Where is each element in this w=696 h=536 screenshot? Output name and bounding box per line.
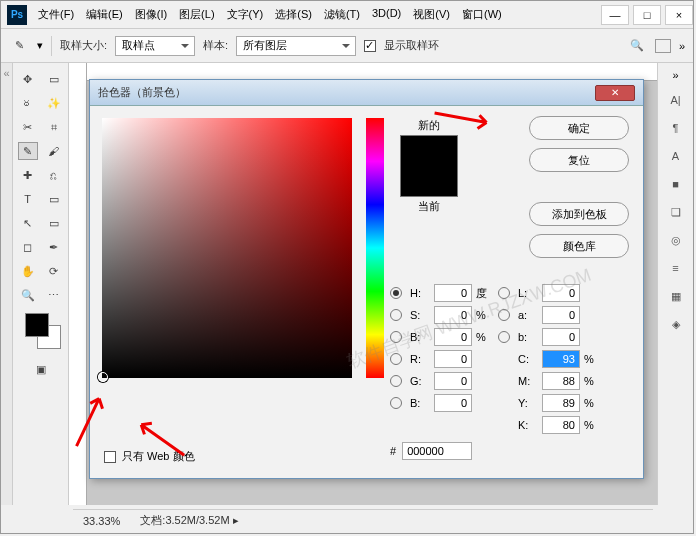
a-radio[interactable] xyxy=(498,309,510,321)
l-label: L: xyxy=(518,287,540,299)
lab-b-radio[interactable] xyxy=(498,331,510,343)
m-input[interactable] xyxy=(542,372,580,390)
maximize-button[interactable]: □ xyxy=(633,5,661,25)
para-panel-icon[interactable]: ¶ xyxy=(667,119,685,137)
right-panel: » A| ¶ A ■ ❏ ◎ ≡ ▦ ◈ xyxy=(657,63,693,505)
y-input[interactable] xyxy=(542,394,580,412)
path-tool[interactable]: ◻ xyxy=(18,238,38,256)
y-label: Y: xyxy=(518,397,540,409)
pen-tool[interactable]: ✒ xyxy=(44,238,64,256)
text-tool[interactable]: T xyxy=(18,190,38,208)
lasso-tool[interactable]: ఠ xyxy=(18,94,38,112)
saturation-value-picker[interactable] xyxy=(102,118,352,378)
l-radio[interactable] xyxy=(498,287,510,299)
color-libraries-button[interactable]: 颜色库 xyxy=(529,234,629,258)
eyedropper-tool[interactable]: ✎ xyxy=(18,142,38,160)
sample-size-select[interactable]: 取样点 xyxy=(115,36,195,56)
wand-tool[interactable]: ✨ xyxy=(44,94,64,112)
swatch-panel-icon[interactable]: ■ xyxy=(667,175,685,193)
menu-file[interactable]: 文件(F) xyxy=(33,5,79,24)
lab-b-input[interactable] xyxy=(542,328,580,346)
heal-tool[interactable]: ✚ xyxy=(18,166,38,184)
current-label: 当前 xyxy=(418,199,440,214)
screen-mode-icon[interactable] xyxy=(655,39,671,53)
glyph-panel-icon[interactable]: A xyxy=(667,147,685,165)
foreground-swatch[interactable] xyxy=(25,313,49,337)
g-input[interactable] xyxy=(434,372,472,390)
reset-button[interactable]: 复位 xyxy=(529,148,629,172)
crop-tool[interactable]: ✂ xyxy=(18,118,38,136)
h-input[interactable] xyxy=(434,284,472,302)
shape-tool[interactable]: ▭ xyxy=(44,214,64,232)
ok-button[interactable]: 确定 xyxy=(529,116,629,140)
color-picker-dialog: 拾色器（前景色） ✕ 新的 当前 确定 复位 添加到色板 颜色库 H:度 xyxy=(89,79,644,479)
quickmask-tool[interactable]: ▣ xyxy=(31,360,51,378)
dialog-titlebar[interactable]: 拾色器（前景色） ✕ xyxy=(90,80,643,106)
sample-select[interactable]: 所有图层 xyxy=(236,36,356,56)
g-radio[interactable] xyxy=(390,375,402,387)
grid-panel-icon[interactable]: ▦ xyxy=(667,287,685,305)
menu-window[interactable]: 窗口(W) xyxy=(457,5,507,24)
brush-tool[interactable]: 🖌 xyxy=(44,142,64,160)
close-button[interactable]: × xyxy=(665,5,693,25)
bb-input[interactable] xyxy=(434,394,472,412)
dialog-title: 拾色器（前景色） xyxy=(98,85,186,100)
b-radio[interactable] xyxy=(390,331,402,343)
menu-view[interactable]: 视图(V) xyxy=(408,5,455,24)
doc-size: 3.52M/3.52M xyxy=(165,514,229,526)
web-only-checkbox[interactable] xyxy=(104,451,116,463)
search-icon[interactable]: 🔍 xyxy=(627,37,647,55)
rotate-tool[interactable]: ⟳ xyxy=(44,262,64,280)
r-input[interactable] xyxy=(434,350,472,368)
cc-panel-icon[interactable]: ◎ xyxy=(667,231,685,249)
menu-edit[interactable]: 编辑(E) xyxy=(81,5,128,24)
zoom-tool[interactable]: 🔍 xyxy=(18,286,38,304)
menu-filter[interactable]: 滤镜(T) xyxy=(319,5,365,24)
menu-select[interactable]: 选择(S) xyxy=(270,5,317,24)
add-swatch-button[interactable]: 添加到色板 xyxy=(529,202,629,226)
hand-tool[interactable]: ✋ xyxy=(18,262,38,280)
doc-label: 文档: xyxy=(140,514,165,526)
s-input[interactable] xyxy=(434,306,472,324)
rect-tool[interactable]: ▭ xyxy=(44,190,64,208)
c-input[interactable] xyxy=(542,350,580,368)
hue-slider[interactable] xyxy=(366,118,384,378)
hex-input[interactable] xyxy=(402,442,472,460)
more-tools[interactable]: ⋯ xyxy=(44,286,64,304)
toolbox: ✥▭ ఠ✨ ✂⌗ ✎🖌 ✚⎌ T▭ ↖▭ ◻✒ ✋⟳ 🔍⋯ ▣ xyxy=(13,63,69,505)
lib-panel-icon[interactable]: ❏ xyxy=(667,203,685,221)
r-radio[interactable] xyxy=(390,353,402,365)
layers-panel-icon[interactable]: ◈ xyxy=(667,315,685,333)
show-ring-checkbox[interactable] xyxy=(364,40,376,52)
k-input[interactable] xyxy=(542,416,580,434)
char-panel-icon[interactable]: A| xyxy=(667,91,685,109)
m-label: M: xyxy=(518,375,540,387)
deg-unit: 度 xyxy=(476,286,496,301)
picker-cursor[interactable] xyxy=(98,372,108,382)
minimize-button[interactable]: — xyxy=(601,5,629,25)
clone-tool[interactable]: ⎌ xyxy=(44,166,64,184)
marquee-tool[interactable]: ▭ xyxy=(44,70,64,88)
list-panel-icon[interactable]: ≡ xyxy=(667,259,685,277)
b-input[interactable] xyxy=(434,328,472,346)
menu-image[interactable]: 图像(I) xyxy=(130,5,172,24)
dialog-close-button[interactable]: ✕ xyxy=(595,85,635,101)
a-input[interactable] xyxy=(542,306,580,324)
slice-tool[interactable]: ⌗ xyxy=(44,118,64,136)
s-radio[interactable] xyxy=(390,309,402,321)
move-tool[interactable]: ✥ xyxy=(18,70,38,88)
bb-radio[interactable] xyxy=(390,397,402,409)
menu-type[interactable]: 文字(Y) xyxy=(222,5,269,24)
panel-collapse[interactable]: » xyxy=(672,69,678,81)
status-bar: 33.33% 文档:3.52M/3.52M ▸ xyxy=(73,509,653,531)
l-input[interactable] xyxy=(542,284,580,302)
chevron-icon[interactable]: » xyxy=(679,40,685,52)
color-swatches xyxy=(21,313,61,353)
h-radio[interactable] xyxy=(390,287,402,299)
menu-layer[interactable]: 图层(L) xyxy=(174,5,219,24)
b-label: B: xyxy=(410,331,432,343)
zoom-level[interactable]: 33.33% xyxy=(83,515,120,527)
arrow-tool[interactable]: ↖ xyxy=(18,214,38,232)
menu-3d[interactable]: 3D(D) xyxy=(367,5,406,24)
left-collapse[interactable]: « xyxy=(1,63,13,505)
